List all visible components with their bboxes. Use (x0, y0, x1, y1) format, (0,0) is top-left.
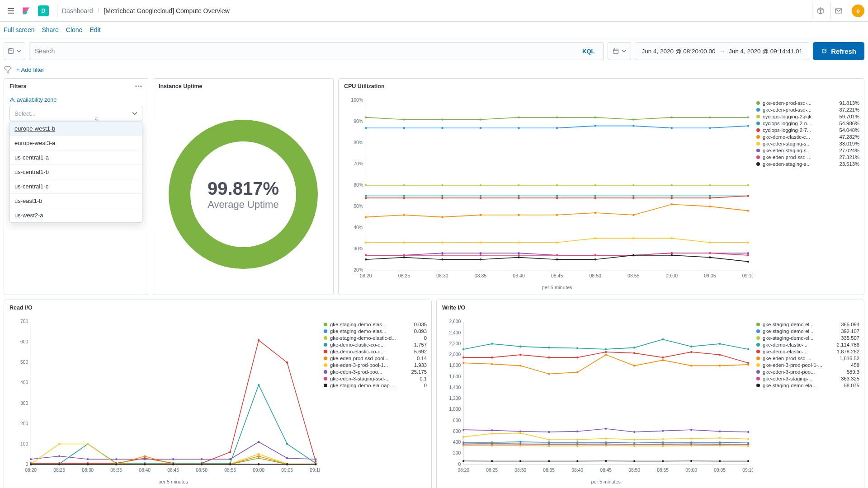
svg-point-263 (172, 463, 174, 465)
legend-dot-icon (324, 363, 327, 367)
legend-item[interactable]: gke-staging-demo-elastic-d...0 (324, 335, 427, 341)
svg-point-330 (462, 429, 464, 431)
legend-item[interactable]: gke-staging-demo-ela-nap-...0 (324, 383, 427, 388)
legend-item[interactable]: gke-eden-prod-ssd-...91.813% (756, 100, 859, 106)
legend-item[interactable]: gke-eden-staging-s...33.019% (756, 141, 859, 146)
legend-item[interactable]: gke-eden-3-staging-ssd-...0.1 (324, 376, 427, 381)
legend-item[interactable]: gke-staging-demo-el...365.094 (756, 322, 859, 327)
legend-item[interactable]: gke-eden-3-prod-poo...25.175 (324, 369, 427, 375)
filter-field-label: availability zone (9, 97, 142, 103)
legend-item[interactable]: gke-eden-staging-s...27.024% (756, 148, 859, 153)
svg-point-312 (576, 357, 578, 359)
svg-text:08:45: 08:45 (600, 467, 612, 473)
svg-point-102 (709, 241, 711, 244)
svg-text:0: 0 (26, 461, 28, 466)
svg-point-350 (719, 437, 721, 439)
svg-point-118 (480, 254, 481, 257)
legend-item[interactable]: cyclops-logging-2-n...54.986% (756, 121, 859, 126)
legend-item[interactable]: gke-eden-prod-ssd-...27.321% (756, 155, 859, 160)
legend-item[interactable]: gke-staging-demo-ela-...58.075 (756, 383, 859, 388)
legend-item[interactable]: gke-demo-elastic-...2,114.786 (756, 342, 859, 347)
legend-item[interactable]: gke-eden-prod-ssd-...87.221% (756, 107, 859, 113)
legend-item[interactable]: gke-demo-elastic-co-d...5.692 (324, 349, 427, 354)
svg-text:09:00: 09:00 (666, 273, 678, 278)
svg-text:08:50: 08:50 (628, 467, 640, 473)
legend-dot-icon (324, 343, 327, 347)
read-io-title: Read I/O (9, 305, 33, 311)
menu-toggle-button[interactable] (4, 4, 18, 18)
svg-point-387 (519, 445, 521, 447)
fullscreen-link[interactable]: Full screen (4, 26, 34, 33)
add-filter-button[interactable]: + Add filter (16, 66, 44, 73)
dropdown-option[interactable]: us-east1-b (10, 194, 142, 208)
legend-item[interactable]: gke-eden-3-prod-pool-1...1.933 (324, 362, 427, 368)
svg-text:2,000: 2,000 (449, 352, 461, 357)
user-avatar[interactable]: e (852, 5, 864, 17)
legend-item[interactable]: gke-demo-elastic-c...47.282% (756, 134, 859, 140)
search-input[interactable] (35, 47, 579, 55)
chevron-down-icon (17, 49, 21, 53)
breadcrumb-root[interactable]: Dashboard (62, 7, 93, 14)
date-range-display[interactable]: Jun 4, 2020 @ 08:20:00.00 → Jun 4, 2020 … (635, 42, 809, 60)
legend-item[interactable]: cyclops-logging-2-7...54.048% (756, 127, 859, 133)
svg-point-395 (747, 445, 749, 447)
svg-text:09:05: 09:05 (704, 273, 716, 278)
svg-point-29 (441, 118, 443, 121)
dropdown-option[interactable]: us-central1-b (10, 165, 142, 179)
legend-item[interactable]: gke-staging-demo-elas...0.093 (324, 328, 427, 334)
dropdown-option[interactable]: us-west2-a (10, 208, 142, 222)
svg-point-349 (690, 437, 692, 440)
dropdown-option[interactable]: us-central1-a (10, 150, 142, 165)
dropdown-option[interactable]: europe-west1-b (10, 122, 142, 136)
saved-queries-button[interactable] (4, 42, 25, 60)
svg-rect-1 (9, 49, 14, 54)
legend-item[interactable]: gke-eden-3-prod-pool-1-...458 (756, 362, 859, 368)
svg-point-182 (58, 455, 60, 457)
legend-item[interactable]: gke-eden-3-prod-poo...589.3 (756, 369, 859, 375)
svg-point-51 (441, 184, 443, 187)
legend-value: 1.933 (414, 362, 427, 368)
svg-point-348 (662, 438, 664, 440)
legend-item[interactable]: gke-demo-elastic-co-d...1.757 (324, 342, 427, 347)
topbar: D Dashboard / [Metricbeat Googlecloud] C… (0, 0, 868, 22)
svg-point-265 (229, 463, 231, 465)
clone-link[interactable]: Clone (66, 26, 83, 33)
cpu-panel-title: CPU Utilization (344, 83, 385, 89)
svg-point-80 (709, 197, 711, 199)
dropdown-option[interactable]: europe-west3-a (10, 136, 142, 150)
date-picker-button[interactable] (608, 42, 631, 60)
svg-text:200: 200 (20, 420, 28, 426)
legend-item[interactable]: gke-staging-demo-elas...0.035 (324, 322, 427, 327)
app-badge[interactable]: D (38, 5, 49, 16)
svg-point-317 (719, 354, 721, 356)
panel-menu-button[interactable]: ••• (135, 83, 142, 89)
svg-text:1,800: 1,800 (449, 362, 461, 368)
svg-point-36 (709, 117, 711, 119)
legend-value: 47.282% (839, 134, 859, 140)
share-link[interactable]: Share (42, 26, 58, 33)
legend-item[interactable]: gke-eden-prod-ssd-pool...0.14 (324, 356, 427, 361)
legend-value: 0.14 (417, 356, 427, 361)
svg-point-84 (441, 216, 443, 218)
legend-item[interactable]: gke-eden-staging-s...23.513% (756, 161, 859, 167)
legend-item[interactable]: gke-demo-elastic-...1,878.262 (756, 349, 859, 354)
legend-item[interactable]: cyclops-logging-2-jkjk59.701% (756, 114, 859, 119)
legend-value: 363.325 (841, 376, 859, 381)
svg-point-27 (365, 117, 367, 119)
legend-dot-icon (324, 323, 327, 326)
date-from: Jun 4, 2020 @ 08:20:00.00 (642, 48, 715, 55)
legend-item[interactable]: gke-staging-demo-el...392.107 (756, 328, 859, 334)
legend-item[interactable]: gke-eden-prod-ssd-...1,816.52 (756, 356, 859, 361)
dropdown-option[interactable]: us-central1-c (10, 179, 142, 194)
svg-point-327 (690, 365, 692, 367)
refresh-button[interactable]: Refresh (813, 42, 864, 60)
availability-zone-select[interactable]: Select... (9, 106, 142, 121)
svg-point-132 (594, 258, 596, 261)
legend-item[interactable]: gke-staging-demo-el...335.507 (756, 335, 859, 341)
kql-toggle[interactable]: KQL (579, 48, 598, 55)
svg-point-334 (576, 430, 578, 432)
legend-item[interactable]: gke-eden-3-staging-...363.325 (756, 376, 859, 381)
mail-button[interactable] (830, 3, 846, 19)
edit-link[interactable]: Edit (90, 26, 100, 33)
newsfeed-button[interactable] (812, 3, 828, 19)
